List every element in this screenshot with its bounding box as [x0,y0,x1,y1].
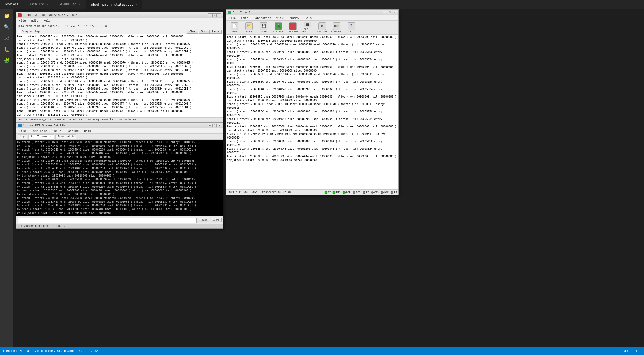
coolterm-new-button[interactable]: 📄 New [228,22,241,34]
swo-content-line: stack ( start: 20004B48 end: 20004D48 si… [17,106,222,109]
tab-mbed-memory[interactable]: mbed_memory_status.cpp ✕ [86,0,142,9]
coolterm-menu-view[interactable]: View [275,16,285,20]
swo-cpu-freq: CPUFreq: 64355 kHz [55,118,84,121]
led-label: DCD [356,191,360,194]
stay-on-top-checkbox[interactable] [18,30,21,33]
swo-content-line: stack ( start: 20003F6C end: 2000476C si… [17,83,222,87]
sidebar-icon-explorer[interactable]: 📁 [1,11,12,21]
sidebar-icon-search[interactable]: 🔍 [1,22,12,32]
coolterm-menu-connection[interactable]: Connection [252,16,272,20]
coolterm-menu-edit[interactable]: Edit [240,16,249,20]
coolterm-content-line: isr_stack ( start: 2000F800 end: 2001000… [227,128,398,132]
sidebar-icon-extensions[interactable]: 🧩 [1,55,12,66]
swo-pause-button[interactable]: Pause [209,30,222,34]
swo-status-bar: Device: nRF52832_xxAA CPUFreq: 64355 kHz… [16,117,223,122]
swo-title-bar[interactable]: SEGGER J-Link SWO Viewer V6.32h ─ □ ✕ [16,12,223,18]
led-label: DSR [384,191,389,194]
led-label: RX [366,191,369,194]
coolterm-menu-window[interactable]: Window [287,16,301,20]
coolterm-disconnect-button[interactable]: ⚡ Disconnect [286,22,300,34]
rtt-menu-help[interactable]: Help [83,129,92,133]
coolterm-content[interactable]: heap ( start: 200053FC end: 2000F800 siz… [226,35,398,189]
coolterm-title-bar[interactable]: CoolTerm 0 ─ □ ✕ [226,10,398,15]
rtt-tab-log[interactable]: Log [18,134,27,139]
rtt-input-field[interactable] [18,218,197,223]
rtt-content-line: 0> heap ( start: 200053FC end: 2000F800 … [17,152,222,155]
rtt-enter-button[interactable]: Enter [198,218,209,222]
coolterm-maximize-button[interactable]: □ [388,11,392,14]
close-icon[interactable]: ✕ [79,3,80,6]
coolterm-open-button[interactable]: 📂 Open [242,22,256,34]
swo-menu-file[interactable]: File [18,19,27,23]
rtt-minimize-button[interactable]: ─ [208,124,212,127]
swo-content-line: stack ( start: 20004B48 end: 20004D48 si… [17,68,222,72]
coolterm-close-button[interactable]: ✕ [393,11,397,14]
coolterm-help-button[interactable]: ? Help [344,22,358,34]
rtt-status-text: RTT Viewer connected. 0.046 ... [18,225,67,228]
swo-toolbar: Data from stimulus port(s): 31 24 23 16 … [16,23,223,29]
coolterm-clear-data-button[interactable]: 🗑 Clear Data [301,22,314,34]
coolterm-content-line: stack ( start: 20004B48 end: 20004D48 si… [227,58,398,65]
coolterm-options-button[interactable]: ⚙ Options [315,22,329,34]
swo-menu-edit[interactable]: Edit [30,19,39,23]
coolterm-save-button[interactable]: 💾 Save [257,22,271,34]
rtt-menu-terminals[interactable]: Terminals [30,129,48,133]
rtt-menu-file[interactable]: File [18,129,27,133]
coolterm-minimize-button[interactable]: ─ [383,11,387,14]
vscode-encoding: UTF-8 [633,349,641,353]
connect-icon: 🔌 [275,22,282,30]
rtt-maximize-button[interactable]: □ [212,124,217,127]
led-indicator [371,191,374,194]
swo-content-line: stack ( start: 200004DF0 end: 20005110 s… [17,98,222,102]
close-icon[interactable]: ✕ [135,3,137,6]
swo-content[interactable]: stack ( start: 20003F6C end: 2000476C si… [16,34,223,117]
swo-close-button[interactable]: ✕ [217,13,221,17]
swo-port-label: Data from stimulus port(s): [18,25,61,28]
close-icon[interactable]: ✕ [47,3,48,6]
swo-swo-freq: SWOFreq: 6000 kHz [88,118,115,121]
swo-menu-help[interactable]: Help [42,19,52,23]
rtt-clear-button[interactable]: Clear [211,218,222,222]
coolterm-content-line: stack ( start: 200004DF0 end: 20005110 s… [227,132,398,140]
coolterm-viewhex-button[interactable]: HEX View Hex [330,22,344,34]
coolterm-content-line: stack ( start: 20003F6C end: 2000476C si… [227,80,398,87]
led-label: TX [328,191,331,194]
coolterm-menu-file[interactable]: File [228,16,237,20]
rtt-title-bar[interactable]: J-Link RTT Viewer V6.32h ─ □ ✕ [16,123,223,128]
rtt-tab-all-terminals[interactable]: All Terminals [28,134,54,139]
swo-minimize-button[interactable]: ─ [208,13,212,17]
led-label: DTR [346,191,351,194]
rtt-close-button[interactable]: ✕ [217,124,221,127]
swo-bytes: 70350 bytes [119,118,136,121]
coolterm-content-line: stack ( start: 20003F6C end: 2000476C si… [227,50,398,58]
rtt-content[interactable]: 0> stack ( start: 200004DF0 end: 2000511… [16,140,223,216]
coolterm-content-line: isr_stack ( start: 2000F800 end: 2001000… [227,158,398,162]
vscode-file-path: mbed-memory-status\mbed_memory_status.cp… [3,349,75,353]
led-item: RI [391,191,397,194]
sidebar-icon-debug[interactable]: 🐛 [1,44,12,55]
swo-maximize-button[interactable]: □ [212,13,217,17]
vscode-position: 70:1 (1, 32) [79,349,100,353]
options-icon: ⚙ [318,22,326,30]
tab-readme[interactable]: README.md ✕ [54,0,86,9]
coolterm-toolbar: 📄 New 📂 Open 💾 Save 🔌 Connect ⚡ Di [226,21,398,35]
swo-stop-button[interactable]: Stop [199,30,209,34]
stay-on-top-label[interactable]: Stay on top [18,30,40,33]
tab-main-cpp[interactable]: main.cpp ✕ [24,0,54,9]
rtt-tab-terminal-0[interactable]: Terminal 0 [55,134,76,139]
rtt-status-bar: RTT Viewer connected. 0.046 ... [16,224,223,228]
sidebar-icon-git[interactable]: ⎇ [1,33,12,44]
led-item: DTR [343,191,351,194]
led-item: CTS [371,191,379,194]
rtt-menu-bar: File Terminals Input Logging Help [16,128,223,134]
rtt-menu-input[interactable]: Input [51,129,62,133]
coolterm-menu-help[interactable]: Help [303,16,313,20]
led-item: DCD [353,191,360,194]
led-indicator [353,191,355,194]
swo-clear-button[interactable]: Clear [187,30,198,34]
led-item: RTS [333,191,340,194]
coolterm-connect-button[interactable]: 🔌 Connect [271,22,285,34]
rtt-content-line: 0> stack ( start: 20004B48 end: 20004D48… [17,166,222,170]
led-item: DSR [381,191,389,194]
rtt-menu-logging[interactable]: Logging [65,129,80,133]
